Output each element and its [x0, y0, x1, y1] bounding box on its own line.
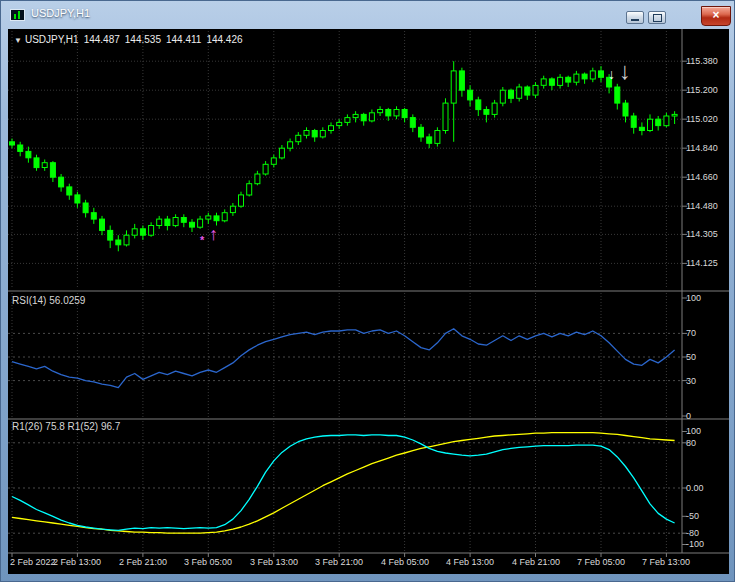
candle-body: [214, 216, 219, 221]
candle-body: [369, 113, 374, 121]
indicator-axis-label: 0.00: [686, 483, 704, 493]
candle-body: [664, 116, 669, 126]
chevron-down-icon[interactable]: ▼: [14, 36, 22, 45]
candle-body: [394, 110, 399, 116]
price-axis-label: 114.305: [686, 229, 718, 239]
candle-body: [312, 131, 317, 137]
price-axis-label: 114.125: [686, 258, 718, 268]
indicator-axis-label: -100: [686, 539, 704, 549]
candle-body: [140, 229, 145, 235]
candle-body: [509, 90, 514, 98]
chart-window-icon: [10, 9, 25, 21]
chart-area[interactable]: ▼USDJPY,H1144.487144.535144.411144.426 R…: [8, 29, 729, 574]
indicator-axis-label: 80: [686, 438, 696, 448]
indicator-label: R1(26) 75.8 R1(52) 96.7: [12, 421, 120, 432]
candle-body: [10, 142, 15, 145]
candle-body: [427, 137, 432, 143]
candle-body: [304, 131, 309, 136]
candle-body: [198, 219, 203, 227]
candle-body: [222, 213, 227, 221]
minimize-button[interactable]: [626, 11, 644, 24]
chart-canvas[interactable]: [8, 29, 729, 574]
rsi-axis-label: 30: [686, 376, 696, 386]
candle-body: [672, 114, 677, 116]
rsi-line: [12, 329, 675, 388]
candle-body: [419, 127, 424, 137]
time-axis-label: 4 Feb 13:00: [435, 557, 505, 567]
low-value: 144.411: [166, 34, 201, 45]
high-value: 144.535: [125, 34, 161, 45]
candle-body: [91, 213, 96, 219]
candle-body: [329, 126, 334, 131]
candle-body: [533, 85, 538, 95]
candle-body: [558, 77, 563, 85]
candle-body: [386, 110, 391, 116]
candle-body: [623, 103, 628, 116]
time-axis-label: 4 Feb 21:00: [501, 557, 571, 567]
candle-body: [484, 110, 489, 115]
candle-body: [165, 219, 170, 225]
candle-body: [173, 218, 178, 226]
r1-52-line: [12, 433, 675, 534]
candle-body: [181, 218, 186, 223]
candle-body: [541, 79, 546, 85]
window-title: USDJPY,H1: [31, 7, 90, 19]
candle-body: [435, 131, 440, 144]
candle-body: [631, 116, 636, 127]
price-axis-label: 114.840: [686, 143, 718, 153]
candle-body: [402, 110, 407, 118]
rsi-axis-label: 70: [686, 328, 696, 338]
candle-body: [615, 87, 620, 103]
candle-body: [410, 118, 415, 128]
sell-arrow-icon: ↓: [619, 59, 631, 83]
candle-body: [468, 90, 473, 100]
candle-body: [116, 240, 121, 245]
candle-body: [42, 163, 47, 168]
candle-body: [279, 148, 284, 158]
candle-body: [656, 119, 661, 125]
candle-body: [582, 74, 587, 79]
time-axis-label: 4 Feb 05:00: [370, 557, 440, 567]
candle-body: [67, 187, 72, 195]
candle-body: [26, 151, 31, 157]
indicator-axis-label: -50: [686, 511, 699, 521]
mt4-chart-window: USDJPY,H1 × ▼USDJPY,H1144.487144.535144.…: [0, 0, 735, 582]
candle-body: [83, 203, 88, 213]
price-axis-label: 114.660: [686, 172, 718, 182]
candle-body: [500, 90, 505, 103]
time-axis-label: 3 Feb 13:00: [239, 557, 309, 567]
indicator-axis-label: 100: [686, 426, 701, 436]
buy-star-icon: *: [200, 235, 204, 246]
price-axis-label: 114.480: [686, 201, 718, 211]
candle-body: [59, 177, 64, 187]
buy-arrow-icon: ↑: [209, 225, 218, 243]
candle-body: [345, 118, 350, 123]
close-value: 144.426: [206, 34, 242, 45]
time-scale[interactable]: 2 Feb 2022 2 Feb 13:00 2 Feb 21:00 3 Feb…: [8, 553, 729, 574]
candle-body: [288, 142, 293, 148]
candle-body: [590, 71, 595, 79]
candle-body: [378, 110, 383, 113]
title-bar[interactable]: USDJPY,H1 ×: [1, 1, 734, 28]
restore-button[interactable]: [648, 11, 666, 24]
time-axis-label: 2 Feb 21:00: [108, 557, 178, 567]
candle-body: [599, 71, 604, 77]
close-button[interactable]: ×: [701, 6, 731, 26]
price-scale[interactable]: 115.380 115.200 115.020 114.840 114.660 …: [683, 29, 729, 553]
candle-body: [566, 77, 571, 82]
candle-body: [230, 206, 235, 212]
candle-body: [648, 119, 653, 130]
candle-body: [517, 87, 522, 98]
rsi-axis-label: 50: [686, 352, 696, 362]
candle-body: [75, 195, 80, 203]
time-axis-label: 2 Feb 13:00: [42, 557, 112, 567]
symbol-label: USDJPY,H1: [25, 34, 79, 45]
rsi-label: RSI(14) 56.0259: [12, 295, 85, 306]
price-axis-label: 115.380: [686, 56, 718, 66]
candle-body: [124, 235, 129, 245]
candle-body: [149, 226, 154, 236]
icon-bar: [18, 11, 20, 19]
candle-body: [157, 219, 162, 225]
candle-body: [206, 216, 211, 219]
candle-body: [132, 229, 137, 235]
